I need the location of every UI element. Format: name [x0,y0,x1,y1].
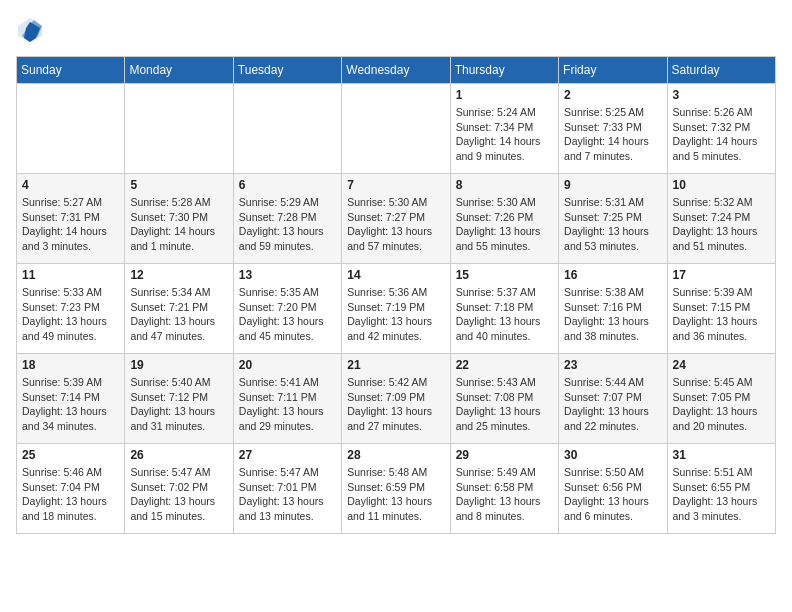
day-number: 16 [564,268,661,282]
page-header [16,16,776,44]
calendar: SundayMondayTuesdayWednesdayThursdayFrid… [16,56,776,534]
calendar-cell: 11Sunrise: 5:33 AM Sunset: 7:23 PM Dayli… [17,264,125,354]
calendar-cell: 30Sunrise: 5:50 AM Sunset: 6:56 PM Dayli… [559,444,667,534]
calendar-cell [233,84,341,174]
calendar-cell: 13Sunrise: 5:35 AM Sunset: 7:20 PM Dayli… [233,264,341,354]
calendar-cell: 20Sunrise: 5:41 AM Sunset: 7:11 PM Dayli… [233,354,341,444]
cell-info: Sunrise: 5:48 AM Sunset: 6:59 PM Dayligh… [347,465,444,524]
day-number: 22 [456,358,553,372]
day-number: 30 [564,448,661,462]
day-number: 29 [456,448,553,462]
day-number: 26 [130,448,227,462]
cell-info: Sunrise: 5:34 AM Sunset: 7:21 PM Dayligh… [130,285,227,344]
cell-info: Sunrise: 5:33 AM Sunset: 7:23 PM Dayligh… [22,285,119,344]
day-number: 12 [130,268,227,282]
calendar-cell: 29Sunrise: 5:49 AM Sunset: 6:58 PM Dayli… [450,444,558,534]
calendar-cell: 19Sunrise: 5:40 AM Sunset: 7:12 PM Dayli… [125,354,233,444]
day-number: 20 [239,358,336,372]
cell-info: Sunrise: 5:43 AM Sunset: 7:08 PM Dayligh… [456,375,553,434]
day-number: 5 [130,178,227,192]
day-number: 6 [239,178,336,192]
day-number: 10 [673,178,770,192]
calendar-week-4: 18Sunrise: 5:39 AM Sunset: 7:14 PM Dayli… [17,354,776,444]
cell-info: Sunrise: 5:41 AM Sunset: 7:11 PM Dayligh… [239,375,336,434]
calendar-cell: 31Sunrise: 5:51 AM Sunset: 6:55 PM Dayli… [667,444,775,534]
weekday-header-friday: Friday [559,57,667,84]
calendar-cell: 17Sunrise: 5:39 AM Sunset: 7:15 PM Dayli… [667,264,775,354]
cell-info: Sunrise: 5:39 AM Sunset: 7:14 PM Dayligh… [22,375,119,434]
calendar-cell: 9Sunrise: 5:31 AM Sunset: 7:25 PM Daylig… [559,174,667,264]
calendar-cell [125,84,233,174]
cell-info: Sunrise: 5:37 AM Sunset: 7:18 PM Dayligh… [456,285,553,344]
day-number: 7 [347,178,444,192]
cell-info: Sunrise: 5:51 AM Sunset: 6:55 PM Dayligh… [673,465,770,524]
cell-info: Sunrise: 5:35 AM Sunset: 7:20 PM Dayligh… [239,285,336,344]
calendar-cell: 27Sunrise: 5:47 AM Sunset: 7:01 PM Dayli… [233,444,341,534]
cell-info: Sunrise: 5:42 AM Sunset: 7:09 PM Dayligh… [347,375,444,434]
day-number: 24 [673,358,770,372]
day-number: 21 [347,358,444,372]
calendar-cell: 24Sunrise: 5:45 AM Sunset: 7:05 PM Dayli… [667,354,775,444]
calendar-cell: 3Sunrise: 5:26 AM Sunset: 7:32 PM Daylig… [667,84,775,174]
calendar-cell: 12Sunrise: 5:34 AM Sunset: 7:21 PM Dayli… [125,264,233,354]
day-number: 9 [564,178,661,192]
calendar-cell: 22Sunrise: 5:43 AM Sunset: 7:08 PM Dayli… [450,354,558,444]
calendar-header: SundayMondayTuesdayWednesdayThursdayFrid… [17,57,776,84]
calendar-cell: 2Sunrise: 5:25 AM Sunset: 7:33 PM Daylig… [559,84,667,174]
calendar-cell: 6Sunrise: 5:29 AM Sunset: 7:28 PM Daylig… [233,174,341,264]
day-number: 19 [130,358,227,372]
day-number: 17 [673,268,770,282]
day-number: 11 [22,268,119,282]
cell-info: Sunrise: 5:25 AM Sunset: 7:33 PM Dayligh… [564,105,661,164]
cell-info: Sunrise: 5:49 AM Sunset: 6:58 PM Dayligh… [456,465,553,524]
calendar-cell: 18Sunrise: 5:39 AM Sunset: 7:14 PM Dayli… [17,354,125,444]
calendar-cell [17,84,125,174]
calendar-cell: 23Sunrise: 5:44 AM Sunset: 7:07 PM Dayli… [559,354,667,444]
calendar-cell: 5Sunrise: 5:28 AM Sunset: 7:30 PM Daylig… [125,174,233,264]
cell-info: Sunrise: 5:44 AM Sunset: 7:07 PM Dayligh… [564,375,661,434]
calendar-cell: 4Sunrise: 5:27 AM Sunset: 7:31 PM Daylig… [17,174,125,264]
weekday-header-tuesday: Tuesday [233,57,341,84]
cell-info: Sunrise: 5:38 AM Sunset: 7:16 PM Dayligh… [564,285,661,344]
calendar-week-1: 1Sunrise: 5:24 AM Sunset: 7:34 PM Daylig… [17,84,776,174]
day-number: 4 [22,178,119,192]
calendar-cell: 7Sunrise: 5:30 AM Sunset: 7:27 PM Daylig… [342,174,450,264]
weekday-header-thursday: Thursday [450,57,558,84]
calendar-cell: 16Sunrise: 5:38 AM Sunset: 7:16 PM Dayli… [559,264,667,354]
calendar-cell: 1Sunrise: 5:24 AM Sunset: 7:34 PM Daylig… [450,84,558,174]
calendar-cell: 25Sunrise: 5:46 AM Sunset: 7:04 PM Dayli… [17,444,125,534]
cell-info: Sunrise: 5:46 AM Sunset: 7:04 PM Dayligh… [22,465,119,524]
calendar-cell: 28Sunrise: 5:48 AM Sunset: 6:59 PM Dayli… [342,444,450,534]
cell-info: Sunrise: 5:28 AM Sunset: 7:30 PM Dayligh… [130,195,227,254]
day-number: 3 [673,88,770,102]
day-number: 27 [239,448,336,462]
cell-info: Sunrise: 5:36 AM Sunset: 7:19 PM Dayligh… [347,285,444,344]
cell-info: Sunrise: 5:24 AM Sunset: 7:34 PM Dayligh… [456,105,553,164]
day-number: 23 [564,358,661,372]
day-number: 8 [456,178,553,192]
day-number: 14 [347,268,444,282]
logo-icon [16,16,44,44]
cell-info: Sunrise: 5:45 AM Sunset: 7:05 PM Dayligh… [673,375,770,434]
calendar-cell: 10Sunrise: 5:32 AM Sunset: 7:24 PM Dayli… [667,174,775,264]
day-number: 31 [673,448,770,462]
cell-info: Sunrise: 5:27 AM Sunset: 7:31 PM Dayligh… [22,195,119,254]
calendar-body: 1Sunrise: 5:24 AM Sunset: 7:34 PM Daylig… [17,84,776,534]
cell-info: Sunrise: 5:47 AM Sunset: 7:01 PM Dayligh… [239,465,336,524]
cell-info: Sunrise: 5:32 AM Sunset: 7:24 PM Dayligh… [673,195,770,254]
weekday-header-sunday: Sunday [17,57,125,84]
calendar-week-2: 4Sunrise: 5:27 AM Sunset: 7:31 PM Daylig… [17,174,776,264]
cell-info: Sunrise: 5:31 AM Sunset: 7:25 PM Dayligh… [564,195,661,254]
cell-info: Sunrise: 5:30 AM Sunset: 7:27 PM Dayligh… [347,195,444,254]
day-number: 25 [22,448,119,462]
calendar-cell [342,84,450,174]
weekday-header-monday: Monday [125,57,233,84]
day-number: 18 [22,358,119,372]
day-number: 15 [456,268,553,282]
cell-info: Sunrise: 5:30 AM Sunset: 7:26 PM Dayligh… [456,195,553,254]
cell-info: Sunrise: 5:29 AM Sunset: 7:28 PM Dayligh… [239,195,336,254]
cell-info: Sunrise: 5:47 AM Sunset: 7:02 PM Dayligh… [130,465,227,524]
cell-info: Sunrise: 5:40 AM Sunset: 7:12 PM Dayligh… [130,375,227,434]
weekday-header-wednesday: Wednesday [342,57,450,84]
cell-info: Sunrise: 5:39 AM Sunset: 7:15 PM Dayligh… [673,285,770,344]
